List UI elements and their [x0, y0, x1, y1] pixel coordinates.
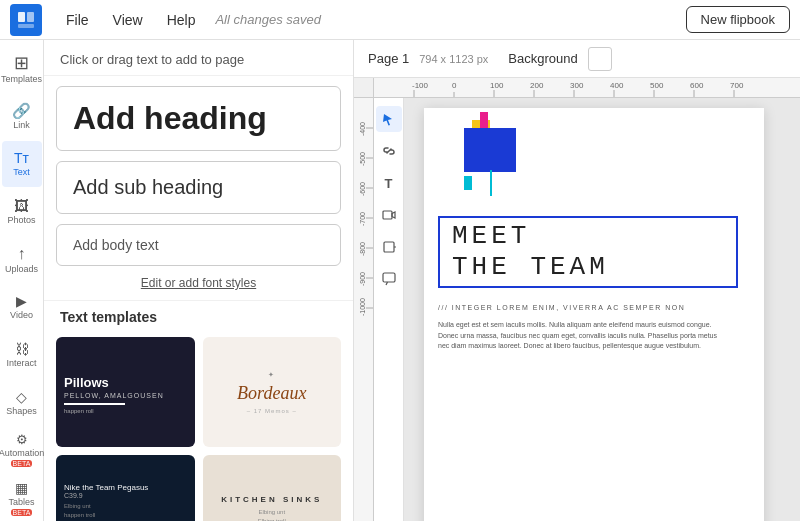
svg-text:-100: -100	[412, 81, 429, 90]
shape-cyan-line	[490, 170, 492, 196]
svg-text:-900: -900	[359, 272, 366, 286]
tables-beta-badge: BETA	[11, 509, 33, 516]
svg-text:400: 400	[610, 81, 624, 90]
shapes-icon: ◇	[16, 390, 27, 404]
shape-blue-dark	[464, 128, 516, 172]
subheading-preview: Add sub heading	[73, 176, 324, 199]
sidebar-item-shapes[interactable]: ◇ Shapes	[2, 380, 42, 426]
body-preview: Add body text	[73, 237, 324, 253]
text-label: Text	[13, 167, 30, 177]
photos-label: Photos	[7, 215, 35, 225]
svg-text:-500: -500	[359, 152, 366, 166]
help-menu[interactable]: Help	[155, 8, 208, 32]
sidebar-item-video[interactable]: ▶ Video	[2, 285, 42, 331]
svg-text:500: 500	[650, 81, 664, 90]
svg-text:200: 200	[530, 81, 544, 90]
save-status: All changes saved	[215, 12, 321, 27]
background-color-picker[interactable]	[588, 47, 612, 71]
shape-tool[interactable]	[376, 234, 402, 260]
page-dims: 794 x 1123 px	[419, 53, 488, 65]
interact-icon: ⛓	[15, 342, 29, 356]
uploads-label: Uploads	[5, 264, 38, 274]
sidebar-item-uploads[interactable]: ↑ Uploads	[2, 237, 42, 283]
meet-team-line2: THE TEAM	[452, 252, 724, 283]
video-label: Video	[10, 310, 33, 320]
svg-text:-400: -400	[359, 122, 366, 136]
meet-team-box[interactable]: MEET THE TEAM	[438, 216, 738, 288]
sidebar-item-link[interactable]: 🔗 Link	[2, 94, 42, 140]
bordeaux-title: Bordeaux	[237, 383, 306, 404]
lorem-heading: /// INTEGER LOREM ENIM, VIVERRA AC SEMPE…	[438, 304, 750, 311]
text-panel: Click or drag text to add to page Add he…	[44, 40, 354, 521]
add-heading-option[interactable]: Add heading	[56, 86, 341, 151]
meet-team-line1: MEET	[452, 221, 724, 252]
ruler-top: -100 0 100 200 300 400 500	[374, 78, 800, 98]
edit-fonts-link[interactable]: Edit or add font styles	[44, 270, 353, 296]
template-card-bordeaux[interactable]: ✦ Bordeaux – 17 Memos –	[203, 337, 342, 447]
sidebar-item-text[interactable]: Tт Text	[2, 141, 42, 187]
select-tool[interactable]	[376, 106, 402, 132]
sidebar-item-tables[interactable]: ▦ Tables BETA	[2, 475, 42, 521]
link-label: Link	[13, 120, 30, 130]
template-grid: Pillows PELLOW, AMALGOUSEN happen roll ✦…	[44, 331, 353, 521]
template-card-pillows[interactable]: Pillows PELLOW, AMALGOUSEN happen roll	[56, 337, 195, 447]
tools-sidebar: T	[374, 98, 404, 521]
tables-icon: ▦	[15, 481, 28, 495]
svg-text:-800: -800	[359, 242, 366, 256]
new-flipbook-button[interactable]: New flipbook	[686, 6, 790, 33]
automation-icon: ⚙	[16, 433, 28, 446]
canvas-scroll[interactable]: T	[374, 98, 800, 521]
sidebar-item-interact[interactable]: ⛓ Interact	[2, 332, 42, 378]
template-card-kitchen[interactable]: KITCHEN SINKS Elbing untElbing troll	[203, 455, 342, 521]
sidebar-item-automation[interactable]: ⚙ Automation BETA	[2, 428, 42, 474]
canvas-toolbar: Page 1 794 x 1123 px Background	[354, 40, 800, 78]
text-panel-header: Click or drag text to add to page	[44, 40, 353, 76]
shapes-label: Shapes	[6, 406, 37, 416]
file-menu[interactable]: File	[54, 8, 101, 32]
icon-sidebar: ⊞ Templates 🔗 Link Tт Text 🖼 Photos ↑ Up…	[0, 40, 44, 521]
svg-text:-1000: -1000	[359, 298, 366, 316]
add-body-option[interactable]: Add body text	[56, 224, 341, 266]
svg-rect-2	[18, 24, 34, 28]
canvas-content: T	[374, 98, 800, 521]
background-label: Background	[508, 51, 577, 66]
app-logo[interactable]	[10, 4, 42, 36]
team-title: Nike the Team Pegasus	[64, 483, 187, 492]
svg-rect-1	[27, 12, 34, 22]
video-icon: ▶	[16, 294, 27, 308]
lorem-body: Nulla eget est et sem iaculis mollis. Nu…	[438, 320, 750, 352]
pillows-subtitle: PELLOW, AMALGOUSEN	[64, 392, 187, 399]
svg-text:600: 600	[690, 81, 704, 90]
link-tool[interactable]	[376, 138, 402, 164]
tables-label: Tables	[8, 497, 34, 507]
page-label: Page 1	[368, 51, 409, 66]
canvas-with-rulers: -100 0 100 200 300 400 500	[354, 78, 800, 521]
photos-icon: 🖼	[14, 198, 29, 213]
template-card-team[interactable]: Nike the Team Pegasus C39.9 Elbing untha…	[56, 455, 195, 521]
text-tool[interactable]: T	[376, 170, 402, 196]
sidebar-item-photos[interactable]: 🖼 Photos	[2, 189, 42, 235]
svg-rect-38	[384, 242, 394, 252]
kitchen-title: KITCHEN SINKS	[221, 495, 322, 504]
menu-bar: File View Help All changes saved New fli…	[0, 0, 800, 40]
templates-label: Templates	[1, 74, 42, 84]
text-templates-header: Text templates	[44, 300, 353, 331]
view-menu[interactable]: View	[101, 8, 155, 32]
main-layout: ⊞ Templates 🔗 Link Tт Text 🖼 Photos ↑ Up…	[0, 40, 800, 521]
link-icon: 🔗	[12, 103, 31, 118]
svg-text:-700: -700	[359, 212, 366, 226]
sidebar-item-templates[interactable]: ⊞ Templates	[2, 46, 42, 92]
templates-icon: ⊞	[14, 54, 29, 72]
add-subheading-option[interactable]: Add sub heading	[56, 161, 341, 214]
pillows-title: Pillows	[64, 375, 187, 390]
comment-tool[interactable]	[376, 266, 402, 292]
automation-label: Automation	[0, 448, 44, 458]
ruler-left: -400 -500 -600 -700 -800 -900 -1000	[354, 98, 374, 521]
shape-cyan	[464, 176, 472, 190]
video-tool[interactable]	[376, 202, 402, 228]
automation-beta-badge: BETA	[11, 460, 33, 467]
svg-rect-37	[383, 211, 392, 219]
svg-text:300: 300	[570, 81, 584, 90]
svg-text:-600: -600	[359, 182, 366, 196]
svg-text:700: 700	[730, 81, 744, 90]
